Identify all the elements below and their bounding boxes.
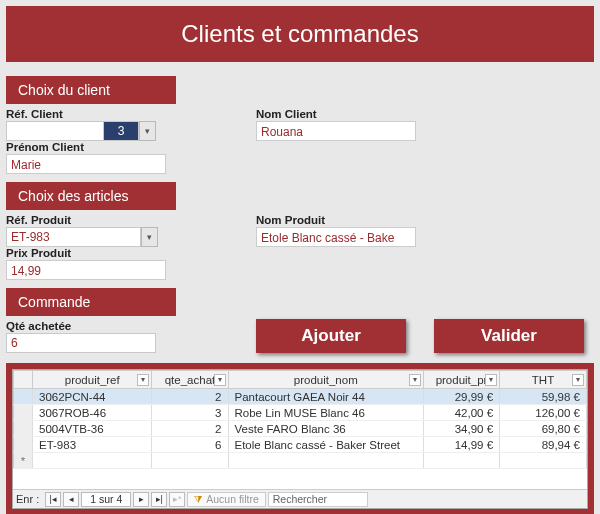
ref-client-input[interactable]: 3 — [103, 121, 139, 141]
cell-tht[interactable]: 89,94 € — [500, 437, 587, 453]
nav-first-button[interactable]: |◂ — [45, 492, 61, 507]
prenom-client-field[interactable]: Marie — [6, 154, 166, 174]
chevron-down-icon[interactable]: ▾ — [572, 374, 584, 386]
prix-produit-field[interactable]: 14,99 — [6, 260, 166, 280]
cell-ref[interactable]: 3062PCN-44 — [32, 389, 151, 405]
col-produit-ref[interactable]: produit_ref▾ — [32, 371, 151, 389]
datasheet-grid[interactable]: produit_ref▾ qte_achat▾ produit_nom▾ pro… — [12, 369, 588, 509]
cell-prix[interactable]: 29,99 € — [424, 389, 500, 405]
label-ref-client: Réf. Client — [6, 108, 176, 120]
label-prix-produit: Prix Produit — [6, 247, 181, 259]
chevron-down-icon[interactable]: ▾ — [409, 374, 421, 386]
nav-position[interactable]: 1 sur 4 — [81, 492, 131, 507]
table-row[interactable]: ET-9836Etole Blanc cassé - Baker Street1… — [14, 437, 587, 453]
col-qte-achat[interactable]: qte_achat▾ — [152, 371, 228, 389]
subform-container: produit_ref▾ qte_achat▾ produit_nom▾ pro… — [6, 363, 594, 514]
chevron-down-icon[interactable]: ▾ — [485, 374, 497, 386]
col-produit-nom[interactable]: produit_nom▾ — [228, 371, 424, 389]
nom-client-field[interactable]: Rouana — [256, 121, 416, 141]
col-produit-pr[interactable]: produit_pr▾ — [424, 371, 500, 389]
row-selector[interactable] — [14, 437, 33, 453]
label-nom-client: Nom Client — [256, 108, 431, 120]
cell-qte[interactable]: 2 — [152, 421, 228, 437]
ref-client-dropdown[interactable]: ▾ — [139, 121, 156, 141]
ajouter-button[interactable]: Ajouter — [256, 319, 406, 353]
cell-nom[interactable]: Pantacourt GAEA Noir 44 — [228, 389, 424, 405]
valider-button[interactable]: Valider — [434, 319, 584, 353]
qte-input[interactable]: 6 — [6, 333, 156, 353]
cell-qte[interactable]: 3 — [152, 405, 228, 421]
nom-produit-field[interactable]: Etole Blanc cassé - Bake — [256, 227, 416, 247]
section-commande: Commande — [6, 288, 176, 316]
nav-prev-button[interactable]: ◂ — [63, 492, 79, 507]
row-selector[interactable] — [14, 389, 33, 405]
chevron-down-icon[interactable]: ▾ — [214, 374, 226, 386]
cell-prix[interactable]: 34,90 € — [424, 421, 500, 437]
cell-tht[interactable]: 126,00 € — [500, 405, 587, 421]
search-box[interactable]: Rechercher — [268, 492, 368, 507]
chevron-down-icon[interactable]: ▾ — [137, 374, 149, 386]
label-nom-produit: Nom Produit — [256, 214, 431, 226]
new-record-marker: * — [14, 453, 33, 469]
cell-nom[interactable]: Etole Blanc cassé - Baker Street — [228, 437, 424, 453]
cell-prix[interactable]: 42,00 € — [424, 405, 500, 421]
ref-produit-dropdown[interactable]: ▾ — [141, 227, 158, 247]
cell-ref[interactable]: ET-983 — [32, 437, 151, 453]
cell-tht[interactable]: 59,98 € — [500, 389, 587, 405]
label-prenom-client: Prénom Client — [6, 141, 181, 153]
page-title: Clients et commandes — [6, 6, 594, 62]
nav-last-button[interactable]: ▸| — [151, 492, 167, 507]
filter-indicator[interactable]: ⧩ Aucun filtre — [187, 492, 266, 507]
cell-nom[interactable]: Robe Lin MUSE Blanc 46 — [228, 405, 424, 421]
nav-next-button[interactable]: ▸ — [133, 492, 149, 507]
nav-label: Enr : — [16, 493, 39, 505]
col-tht[interactable]: THT▾ — [500, 371, 587, 389]
ref-produit-input[interactable]: ET-983 — [6, 227, 141, 247]
chevron-down-icon: ▾ — [145, 126, 150, 136]
cell-tht[interactable]: 69,80 € — [500, 421, 587, 437]
cell-qte[interactable]: 6 — [152, 437, 228, 453]
table-row[interactable]: 5004VTB-362Veste FARO Blanc 3634,90 €69,… — [14, 421, 587, 437]
cell-qte[interactable]: 2 — [152, 389, 228, 405]
row-selector-header[interactable] — [14, 371, 33, 389]
cell-ref[interactable]: 3067ROB-46 — [32, 405, 151, 421]
cell-nom[interactable]: Veste FARO Blanc 36 — [228, 421, 424, 437]
new-record-row[interactable]: * — [14, 453, 587, 469]
table-row[interactable]: 3062PCN-442Pantacourt GAEA Noir 4429,99 … — [14, 389, 587, 405]
row-selector[interactable] — [14, 421, 33, 437]
label-qte: Qté achetée — [6, 320, 176, 332]
chevron-down-icon: ▾ — [147, 232, 152, 242]
filter-icon: ⧩ — [194, 493, 202, 506]
section-client: Choix du client — [6, 76, 176, 104]
cell-prix[interactable]: 14,99 € — [424, 437, 500, 453]
section-articles: Choix des articles — [6, 182, 176, 210]
row-selector[interactable] — [14, 405, 33, 421]
table-row[interactable]: 3067ROB-463Robe Lin MUSE Blanc 4642,00 €… — [14, 405, 587, 421]
nav-new-button[interactable]: ▸* — [169, 492, 185, 507]
cell-ref[interactable]: 5004VTB-36 — [32, 421, 151, 437]
label-ref-produit: Réf. Produit — [6, 214, 176, 226]
